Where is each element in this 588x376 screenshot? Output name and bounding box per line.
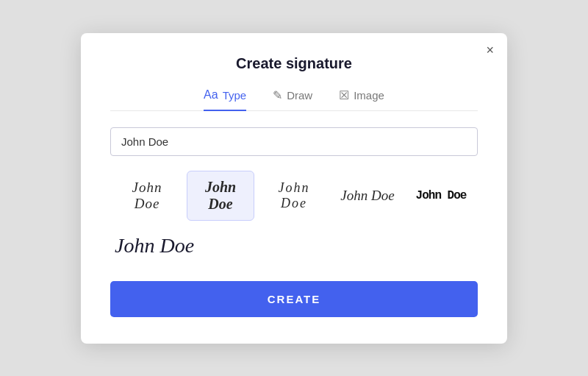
modal-overlay: × Create signature Aa Type ✎ Draw ☒ Imag… bbox=[0, 0, 588, 376]
tab-image-label: Image bbox=[354, 89, 384, 102]
name-input-row bbox=[110, 127, 478, 156]
close-button[interactable]: × bbox=[486, 43, 494, 57]
tab-bar: Aa Type ✎ Draw ☒ Image bbox=[110, 88, 478, 111]
image-icon: ☒ bbox=[339, 88, 349, 102]
sig-option-4[interactable]: John Doe bbox=[334, 180, 401, 212]
selected-signature-preview: John Doe bbox=[110, 234, 478, 263]
tab-draw[interactable]: ✎ Draw bbox=[273, 88, 312, 111]
create-button[interactable]: CREATE bbox=[110, 281, 478, 317]
sig-option-2[interactable]: John Doe bbox=[187, 171, 254, 221]
modal-title: Create signature bbox=[110, 55, 478, 72]
sig-option-3[interactable]: John Doe bbox=[260, 172, 328, 219]
sig-option-5[interactable]: John Doe bbox=[407, 180, 475, 210]
sig-text-4: John Doe bbox=[340, 188, 394, 203]
sig-text-1: John Doe bbox=[132, 180, 162, 211]
tab-type[interactable]: Aa Type bbox=[204, 88, 246, 111]
tab-type-label: Type bbox=[223, 89, 247, 102]
tab-draw-label: Draw bbox=[287, 89, 312, 102]
sig-text-2: John Doe bbox=[205, 179, 236, 212]
name-input[interactable] bbox=[110, 127, 478, 156]
create-signature-modal: × Create signature Aa Type ✎ Draw ☒ Imag… bbox=[81, 33, 507, 344]
sig-option-1[interactable]: John Doe bbox=[113, 171, 181, 220]
signature-options: John Doe John Doe John Doe John Doe John… bbox=[110, 171, 478, 221]
tab-image[interactable]: ☒ Image bbox=[339, 88, 384, 111]
sig-text-5: John Doe bbox=[416, 189, 467, 202]
sig-text-3: John Doe bbox=[279, 180, 310, 210]
type-icon: Aa bbox=[204, 88, 218, 102]
draw-icon: ✎ bbox=[273, 88, 282, 102]
